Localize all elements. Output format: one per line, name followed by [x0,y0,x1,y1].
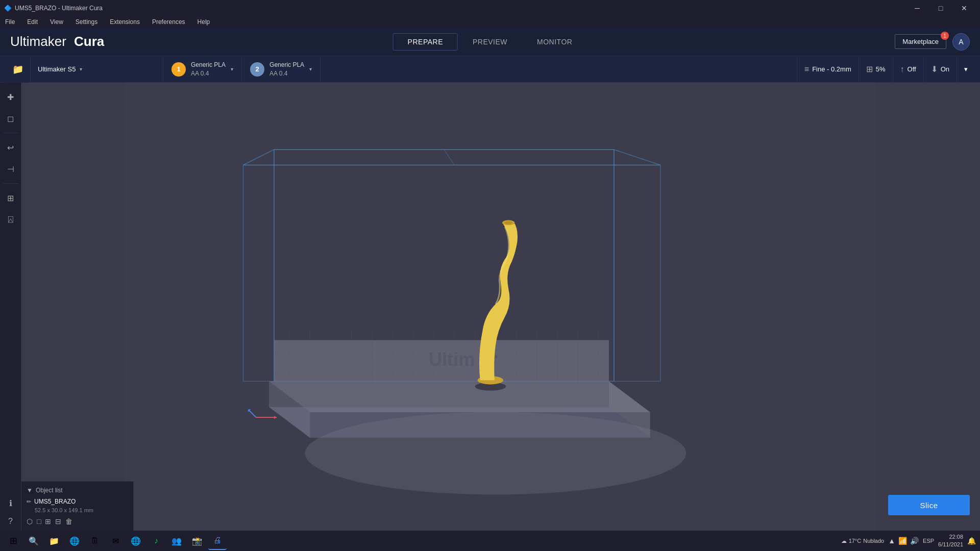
slice-button[interactable]: Slice [888,495,970,515]
info-button[interactable]: ℹ [2,494,20,512]
extruder2-material: Generic PLA [270,61,304,69]
select-tool-button[interactable]: ◻ [2,109,20,128]
merge-models-button[interactable]: ⊟ [55,517,61,525]
taskbar-app-spotify[interactable]: ♪ [147,532,165,550]
taskbar-app-edge[interactable]: 🌐 [127,532,145,550]
tab-monitor[interactable]: MONITOR [522,33,587,51]
clock-date: 6/11/2021 [938,541,963,548]
taskbar-right: ☁ 17°C Nublado ▲ 📶 🔊 ESP 22:08 6/11/2021… [841,533,976,549]
printer-selector[interactable]: Ultimaker S5 ▾ [31,56,163,83]
undo-button[interactable]: ↩ [2,138,20,157]
extruder1-button[interactable]: 1 Generic PLA AA 0.4 ▾ [163,56,242,83]
volume-icon[interactable]: 🔊 [910,537,919,545]
taskbar-app-mail[interactable]: ✉ [106,532,125,550]
menu-edit[interactable]: Edit [24,17,41,27]
titlebar: 🔷 UMS5_BRAZO - Ultimaker Cura ─ □ ✕ [0,0,980,16]
weather-icon: ☁ [841,538,847,544]
menu-extensions[interactable]: Extensions [107,17,143,27]
network-icon[interactable]: 📶 [898,537,907,545]
sliders-icon: ≡ [804,65,809,74]
language-indicator[interactable]: ESP [923,538,934,544]
taskbar-app-photos[interactable]: 📸 [188,532,206,550]
arrange-button[interactable]: ⊞ [2,189,20,207]
minimize-button[interactable]: ─ [905,0,929,16]
add-object-button[interactable]: ✚ [2,88,20,106]
edge-icon: 🌐 [131,536,141,546]
taskbar: ⊞ 🔍 📁 🌐 🗓 ✉ 🌐 ♪ 👥 📸 🖨 ☁ 17°C Nublado ▲ [0,531,980,551]
logo-product: Cura [74,34,104,49]
user-button[interactable]: A [952,33,970,51]
taskbar-app-store[interactable]: 🗓 [86,532,104,550]
app-icon: 🔷 [4,5,12,12]
system-clock[interactable]: 22:08 6/11/2021 [938,533,963,549]
main-area: ✚ ◻ ↩ ⊣ ⊞ ⍓ ℹ ? Ultim [0,83,980,531]
close-button[interactable]: ✕ [952,0,976,16]
per-model-settings-button[interactable]: ⬡ [27,517,33,525]
logo-brand: Ultimaker [10,34,66,49]
support-icon: ↑ [900,65,904,74]
help-button[interactable]: ? [2,512,20,531]
edit-icon[interactable]: ✏ [27,498,31,505]
menu-preferences[interactable]: Preferences [149,17,188,27]
cura-icon: 🖨 [213,536,222,545]
toolbar-separator-2 [3,183,18,184]
delete-object-button[interactable]: 🗑 [65,517,72,525]
weather-condition: Nublado [863,538,884,544]
multiply-object-button[interactable]: ⊞ [45,517,51,525]
object-list-title: Object list [36,487,63,494]
teams-icon: 👥 [172,536,182,546]
svg-point-47 [504,221,512,224]
object-list-panel: ▼ Object list ✏ UMS5_BRAZO 52.5 x 30.0 x… [21,481,134,531]
infill-setting[interactable]: ⊞ 5% [859,56,893,83]
menu-settings[interactable]: Settings [72,17,101,27]
printer-toolbar: 📁 Ultimaker S5 ▾ 1 Generic PLA AA 0.4 ▾ … [0,56,980,83]
menu-file[interactable]: File [2,17,18,27]
support-value: Off [908,65,916,73]
spotify-icon: ♪ [154,536,158,545]
extruder1-info: Generic PLA AA 0.4 [191,61,226,78]
notification-icon[interactable]: 🔔 [967,537,976,545]
viewport[interactable]: Ultim er [21,83,980,531]
object-list-header[interactable]: ▼ Object list [27,487,128,494]
photos-icon: 📸 [192,536,202,546]
object-list-item: ✏ UMS5_BRAZO [27,498,128,505]
folder-icon: 📁 [12,64,23,75]
maximize-button[interactable]: □ [929,0,952,16]
header-right: Marketplace 1 A [895,33,970,51]
mail-icon: ✉ [112,536,119,546]
taskbar-app-teams[interactable]: 👥 [167,532,186,550]
bottom-tools: ℹ ? [2,494,20,531]
quality-setting[interactable]: ≡ Fine - 0.2mm [797,56,859,83]
weather-temp: 17°C [849,538,862,544]
tab-preview[interactable]: PREVIEW [458,33,522,51]
chevron-up-icon[interactable]: ▲ [888,537,895,545]
left-toolbar: ✚ ◻ ↩ ⊣ ⊞ ⍓ ℹ ? [0,83,21,531]
adhesion-setting[interactable]: ⬇ On [923,56,957,83]
object-actions: ⬡ □ ⊞ ⊟ 🗑 [27,517,128,525]
marketplace-button[interactable]: Marketplace 1 [895,34,946,49]
extruder2-info: Generic PLA AA 0.4 [270,61,304,78]
clock-time: 22:08 [938,533,963,541]
mirror-button[interactable]: ⊣ [2,160,20,178]
marketplace-badge: 1 [941,32,949,40]
extruder2-button[interactable]: 2 Generic PLA AA 0.4 ▾ [242,56,321,83]
nav-tabs: PREPARE PREVIEW MONITOR [393,33,587,51]
taskbar-app-cura[interactable]: 🖨 [208,532,227,550]
taskbar-app-chrome[interactable]: 🌐 [65,532,84,550]
support-setting[interactable]: ↑ Off [893,56,923,83]
printer-name: Ultimaker S5 [38,65,76,73]
start-button[interactable]: ⊞ [4,532,22,550]
store-icon: 🗓 [91,536,99,545]
taskbar-app-file-explorer[interactable]: 📁 [45,532,63,550]
support-blocker-button[interactable]: ⍓ [2,210,20,229]
tab-prepare[interactable]: PREPARE [393,33,458,51]
settings-expand-button[interactable]: ▾ [957,56,975,83]
logo: Ultimaker Cura [10,34,104,49]
menu-view[interactable]: View [47,17,66,27]
menu-help[interactable]: Help [194,17,213,27]
open-folder-button[interactable]: 📁 [5,56,31,83]
adhesion-value: On [941,65,949,73]
snap-to-platform-button[interactable]: □ [37,517,41,525]
taskbar-search-button[interactable]: 🔍 [24,532,43,550]
weather-widget[interactable]: ☁ 17°C Nublado [841,538,885,544]
